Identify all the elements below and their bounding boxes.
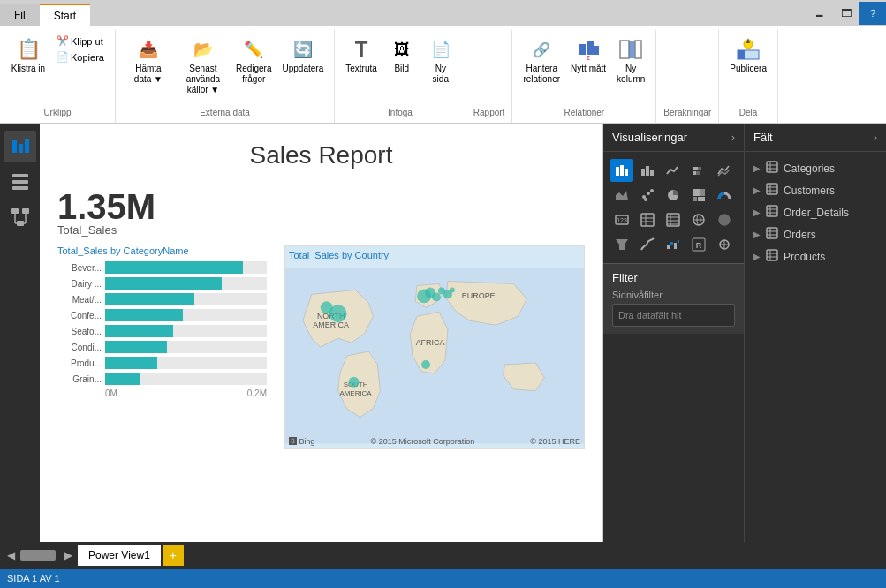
manage-relations-button[interactable]: 🔗 Hanterarelationer (519, 34, 564, 87)
svg-point-54 (644, 198, 647, 201)
viz-icon-scatter[interactable] (636, 184, 659, 207)
field-item-orders[interactable]: ▶ Orders (745, 223, 886, 245)
field-item-products[interactable]: ▶ Products (745, 245, 886, 268)
filter-drop-area[interactable]: Dra datafält hit (612, 304, 735, 327)
svg-rect-97 (767, 228, 777, 238)
svg-rect-59 (698, 197, 705, 201)
viz-icon-custom[interactable] (713, 233, 736, 256)
help-button[interactable]: ? (859, 2, 886, 25)
viz-icon-treemap[interactable] (687, 184, 710, 207)
textbox-button[interactable]: T Textruta (342, 34, 381, 76)
svg-rect-78 (674, 243, 677, 249)
viz-icon-filled-map[interactable] (713, 208, 736, 231)
viz-icon-waterfall[interactable] (662, 233, 685, 256)
new-measure-button[interactable]: Σ Nytt mått (567, 34, 610, 76)
field-item-categories[interactable]: ▶ Categories (745, 157, 886, 179)
svg-rect-12 (19, 144, 23, 153)
copy-button[interactable]: 📄Kopiera (53, 49, 108, 64)
svg-rect-4 (620, 41, 629, 58)
filter-sidniva-label: Sidnivåfilter (612, 290, 735, 300)
svg-rect-42 (625, 169, 628, 176)
viz-icon-line[interactable] (662, 159, 685, 182)
page-tab-1[interactable]: Power View1 (78, 545, 161, 566)
sidebar-icon-data[interactable] (4, 166, 36, 198)
viz-icon-matrix[interactable] (662, 208, 685, 231)
ribbon-group-berakningar: Beräkningar (656, 30, 719, 123)
viz-icon-gauge[interactable] (713, 184, 736, 207)
bar-chart-title: Total_Sales by CategoryName (57, 245, 267, 256)
scroll-right-button[interactable]: ▶ (61, 549, 76, 562)
table-icon (766, 183, 778, 198)
image-button[interactable]: 🖼 Bild (384, 34, 420, 76)
viz-icon-map[interactable] (687, 208, 710, 231)
svg-point-52 (647, 192, 650, 195)
svg-rect-2 (594, 46, 599, 55)
paste-button[interactable]: 📋 Klistra in (7, 34, 49, 76)
viz-icon-stacked-bar[interactable] (687, 159, 710, 182)
svg-text:R: R (696, 241, 702, 250)
publish-button[interactable]: Publicera (726, 34, 770, 76)
svg-rect-15 (12, 180, 28, 184)
svg-rect-47 (698, 167, 701, 170)
svg-rect-40 (616, 167, 619, 176)
svg-rect-62 (641, 214, 654, 226)
visualizations-expand[interactable]: › (731, 132, 735, 144)
svg-rect-45 (650, 170, 654, 176)
tab-fil[interactable]: Fil (0, 4, 40, 26)
scroll-handle[interactable] (20, 550, 56, 561)
svg-rect-93 (767, 206, 777, 216)
table-icon (766, 205, 778, 220)
svg-rect-89 (767, 184, 777, 194)
get-data-button[interactable]: 📥 Hämta data ▼ (123, 34, 174, 87)
metric-value: 1.35M (57, 187, 155, 227)
recent-sources-button[interactable]: 📂 Senastanvända källor ▼ (178, 34, 229, 97)
viz-icon-column[interactable] (636, 159, 659, 182)
svg-point-53 (650, 189, 654, 192)
viz-icon-ribbon[interactable] (636, 233, 659, 256)
svg-rect-6 (635, 41, 641, 58)
minimize-button[interactable]: 🗕 (806, 2, 833, 25)
svg-point-31 (321, 301, 333, 313)
bar-row: Seafo... (57, 325, 267, 337)
scroll-left-button[interactable]: ◀ (4, 549, 19, 562)
viz-icon-funnel[interactable] (610, 233, 633, 256)
cut-button[interactable]: ✂️Klipp ut (53, 34, 108, 49)
bar-row: Grain... (57, 373, 267, 385)
edit-queries-button[interactable]: ✏️ Redigerafrågor (232, 34, 276, 87)
svg-rect-1 (587, 41, 594, 55)
viz-icon-pie[interactable] (662, 184, 685, 207)
field-item-customers[interactable]: ▶ Customers (745, 179, 886, 201)
maximize-button[interactable]: 🗖 (833, 2, 859, 25)
viz-icon-card[interactable]: 123 (610, 208, 633, 231)
svg-point-74 (719, 215, 730, 225)
ribbon-group-dela: Publicera Dela (719, 30, 778, 123)
filter-header: Filter (612, 271, 735, 284)
viz-icon-table[interactable] (636, 208, 659, 231)
viz-icon-line2[interactable] (713, 159, 736, 182)
ribbon-group-urklipp: 📋 Klistra in ✂️Klipp ut 📄Kopiera Urklipp (0, 30, 116, 123)
new-page-button[interactable]: 📄 Nysida (423, 34, 458, 87)
bar-row: Condi... (57, 341, 267, 353)
table-icon (766, 161, 778, 176)
svg-rect-41 (620, 165, 624, 176)
new-column-button[interactable]: Nykolumn (613, 34, 648, 87)
sidebar-icon-model[interactable] (4, 201, 36, 233)
tab-start[interactable]: Start (40, 4, 90, 26)
viz-icon-area[interactable] (610, 184, 633, 207)
svg-rect-76 (667, 245, 670, 249)
field-item-order_details[interactable]: ▶ Order_Details (745, 201, 886, 223)
svg-rect-46 (693, 167, 698, 170)
bar-row: Meat/... (57, 293, 267, 305)
add-tab-button[interactable]: + (163, 545, 184, 566)
svg-text:EUROPE: EUROPE (462, 291, 496, 300)
map-chart: Total_Sales by Country (284, 245, 585, 449)
fields-expand[interactable]: › (874, 132, 877, 144)
right-panel: Visualiseringar › (603, 124, 886, 542)
viz-icon-r[interactable]: R (687, 233, 710, 256)
refresh-button[interactable]: 🔄 Uppdatera (279, 34, 328, 76)
sidebar-icon-report[interactable] (4, 131, 36, 162)
svg-rect-13 (25, 139, 29, 153)
viz-icon-bar[interactable] (610, 159, 633, 182)
svg-point-38 (349, 377, 360, 388)
bottom-bar: ◀ ▶ Power View1 + (0, 542, 886, 569)
